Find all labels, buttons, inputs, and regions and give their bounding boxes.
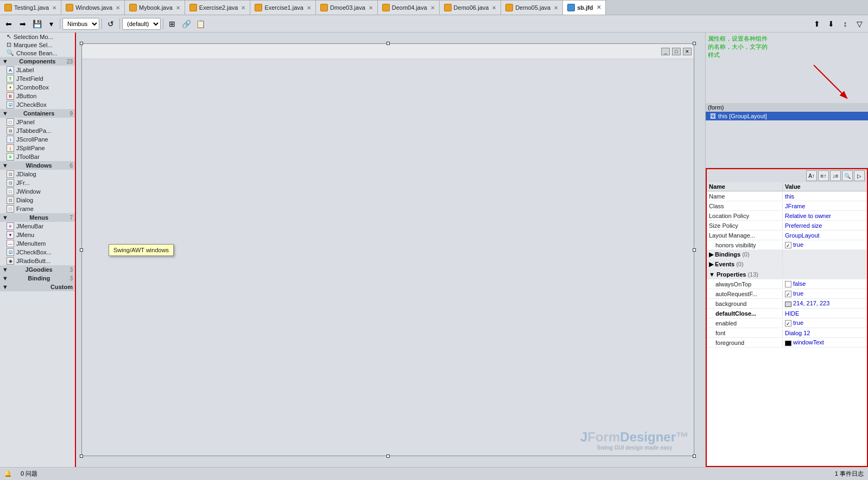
sidebar-item-jwindow[interactable]: □ JWindow [0,187,75,196]
align-top-button[interactable]: ⬆ [810,17,823,30]
prop-name-value[interactable]: this [783,193,867,200]
align-center-button[interactable]: ⬇ [825,17,838,30]
sidebar-item-jscrollpane[interactable]: ↕ JScrollPane [0,135,75,144]
tab-deom04[interactable]: Deom04.java ✕ [378,0,440,15]
tab-demo06[interactable]: Demo06.java ✕ [440,0,502,15]
sidebar-item-jradiobutton[interactable]: ◉ JRadioButt... [0,257,75,265]
tab-exercise2[interactable]: Exercise2.java ✕ [185,0,251,15]
tab-close[interactable]: ✕ [176,5,180,11]
tab-close[interactable]: ✕ [492,5,496,11]
minimize-button[interactable]: _ [661,48,670,55]
resize-handle-ml[interactable] [80,248,83,252]
design-canvas[interactable]: 各种组件，按钮，文本 框等等 _ □ ✕ [76,33,705,467]
align-bottom-button[interactable]: ↕ [839,17,852,30]
link-button[interactable]: 🔗 [180,17,193,30]
prop-foreground-value[interactable]: windowText [783,338,867,346]
prop-class-value[interactable]: JFrame [783,202,867,210]
tab-close[interactable]: ✕ [116,5,120,11]
tab-close[interactable]: ✕ [52,5,56,11]
prop-font-value[interactable]: Dialog 12 [783,329,867,337]
windows-section-header[interactable]: ▼ Windows 6 [0,161,75,170]
resize-handle-bc[interactable] [387,455,390,458]
autorequest-checkbox[interactable]: ✓ [785,291,791,297]
prop-background-value[interactable]: 214, 217, 223 [783,299,867,307]
bottom-events[interactable]: 1 事件日志 [835,470,864,478]
sidebar-item-jsplitpane[interactable]: | JSplitPane [0,144,75,152]
sidebar-item-jcheckboxmenuitem[interactable]: ☑ JCheckBox... [0,248,75,257]
containers-section-header[interactable]: ▼ Containers 9 [0,109,75,118]
filter-button[interactable]: ▽ [853,17,866,30]
marquee-selection-tool[interactable]: ⊡ Marquee Sel... [0,41,75,49]
tab-close[interactable]: ✕ [430,5,435,11]
tab-close[interactable]: ✕ [307,5,311,11]
menus-section-header[interactable]: ▼ Menus 7 [0,213,75,222]
selection-mode-tool[interactable]: ↖ Selection Mo... [0,33,75,41]
tab-testing1[interactable]: Testing1.java ✕ [0,0,61,15]
tree-item-this[interactable]: 🖼 this [GroupLayout] [706,112,868,120]
sidebar-item-jcombobox[interactable]: ▾ JComboBox [0,83,75,92]
back-button[interactable]: ⬅ [2,17,15,30]
prop-defaultclose-value[interactable]: HIDE [783,310,867,317]
tab-close[interactable]: ✕ [554,5,558,11]
prop-enabled-value[interactable]: ✓ true [783,319,867,327]
lookandfeel-dropdown[interactable]: Nimbus [62,18,99,30]
tab-demo05[interactable]: Demo05.java ✕ [501,0,563,15]
props-sort-cat-button[interactable]: ≡↑ [818,170,829,181]
sidebar-item-frame[interactable]: □ Frame [0,204,75,213]
sidebar-item-jbutton[interactable]: B JButton [0,92,75,100]
grid-button[interactable]: ⊞ [166,17,179,30]
close-button[interactable]: ✕ [683,48,692,55]
tab-sb-jfd[interactable]: sb.jfd ✕ [563,0,605,15]
sidebar-item-jtabbedpane[interactable]: ⊟ JTabbedPa... [0,126,75,135]
prop-layoutmanager-value[interactable]: GroupLayout [783,232,867,239]
resize-handle-mr[interactable] [693,248,696,252]
tab-close[interactable]: ✕ [369,5,373,11]
resize-handle-tr[interactable] [693,42,696,45]
prop-section-properties[interactable]: ▼ Properties (13) [707,270,867,279]
prop-honorsvisibility-value[interactable]: ✓ true [783,241,867,249]
prop-alwaysontop-value[interactable]: false [783,280,867,288]
sidebar-item-dialog[interactable]: ⊡ Dialog [0,196,75,204]
sidebar-item-jmenubar[interactable]: ≡ JMenuBar [0,222,75,231]
tab-mybook[interactable]: Mybook.java ✕ [125,0,185,15]
prop-autorequest-value[interactable]: ✓ true [783,290,867,298]
props-extra-button[interactable]: ▷ [854,170,865,181]
enabled-checkbox[interactable]: ✓ [785,320,791,327]
clipboard-button[interactable]: 📋 [194,17,207,30]
restore-button[interactable]: □ [672,48,681,55]
custom-section-header[interactable]: ▼ Custom [0,283,75,291]
dropdown-arrow[interactable]: ▾ [45,17,58,30]
tab-close[interactable]: ✕ [241,5,245,11]
jgoodies-section-header[interactable]: ▼ JGoodies 3 [0,265,75,274]
resize-handle-tc[interactable] [387,42,390,45]
tab-dmoe03[interactable]: Dmoe03.java ✕ [316,0,378,15]
choose-bean-tool[interactable]: 🔍 Choose Bean... [0,49,75,57]
sidebar-item-jpanel[interactable]: □ JPanel [0,118,75,126]
sidebar-item-jdialog[interactable]: ⊡ JDialog [0,170,75,178]
props-sort-button[interactable]: ↓≡ [830,170,841,181]
sidebar-item-jmenu[interactable]: ▼ JMenu [0,231,75,239]
save-button[interactable]: 💾 [30,17,43,30]
forward-button[interactable]: ➡ [16,17,29,30]
bottom-problems[interactable]: 0 问题 [21,470,37,478]
prop-section-events[interactable]: ▶ Events (0) [707,260,867,270]
prop-sizepolicy-value[interactable]: Preferred size [783,222,867,229]
sidebar-item-jlabel[interactable]: A JLabel [0,66,75,74]
sidebar-item-jtextfield[interactable]: T JTextField [0,74,75,83]
sidebar-item-jcheckbox[interactable]: ☑ JCheckBox [0,100,75,109]
alwaysontop-checkbox[interactable] [785,281,791,287]
refresh-button[interactable]: ↺ [104,17,117,30]
tab-close[interactable]: ✕ [597,4,601,10]
prop-section-bindings[interactable]: ▶ Bindings (0) [707,250,867,260]
tab-windows[interactable]: Windows.java ✕ [61,0,125,15]
prop-locationpolicy-value[interactable]: Relative to owner [783,212,867,220]
sidebar-item-jframe[interactable]: ⊡ JFr... [0,178,75,187]
default-dropdown[interactable]: (default) [122,18,161,30]
components-section-header[interactable]: ▼ Components 23 [0,57,75,66]
tab-exercise1[interactable]: Exercise1.java ✕ [250,0,316,15]
honors-visibility-checkbox[interactable]: ✓ [785,242,791,248]
sidebar-item-jmenuitem[interactable]: — JMenuItem [0,239,75,248]
props-search-button[interactable]: 🔍 [842,170,853,181]
resize-handle-br[interactable] [693,455,696,458]
props-sort-alpha-button[interactable]: A↑ [806,170,817,181]
